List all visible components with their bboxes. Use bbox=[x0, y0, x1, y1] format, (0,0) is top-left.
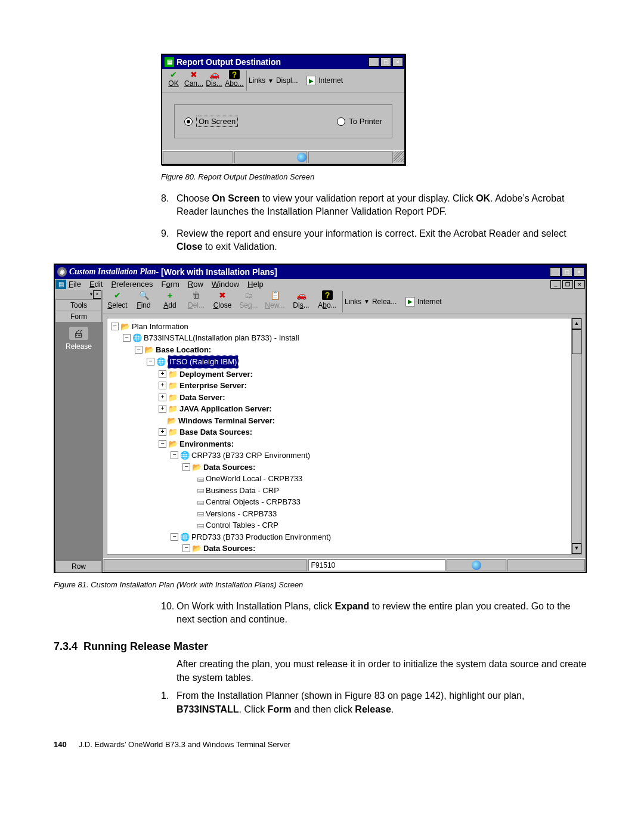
installation-plan-window: ◉ Custom Installation Plan - [Work with … bbox=[54, 264, 587, 573]
menu-form[interactable]: Form bbox=[161, 280, 179, 289]
tree-plan-info[interactable]: Plan Information bbox=[132, 321, 188, 333]
step-1: 1. From the Installation Planner (shown … bbox=[161, 689, 590, 716]
tree-vers[interactable]: Versions - CRPB733 bbox=[206, 508, 277, 520]
maximize-button[interactable]: □ bbox=[380, 57, 391, 67]
globe-icon bbox=[297, 153, 306, 162]
chevron-down-icon[interactable]: ▼ bbox=[268, 78, 274, 84]
add-button[interactable]: Add bbox=[157, 291, 183, 309]
tree-data[interactable]: Data Server: bbox=[179, 392, 225, 404]
mdi-minimize[interactable]: _ bbox=[550, 280, 561, 289]
minimize-button[interactable]: _ bbox=[369, 57, 379, 67]
section-heading: 7.3.4 Running Release Master bbox=[54, 640, 590, 653]
figure-81-caption: Figure 81. Custom Installation Plan (Wor… bbox=[54, 580, 590, 589]
folder-icon bbox=[168, 392, 178, 404]
doc-icon: ▤ bbox=[55, 280, 66, 289]
menu-row[interactable]: Row bbox=[188, 280, 203, 289]
find-button[interactable]: Find bbox=[131, 291, 157, 309]
radio-icon-selected bbox=[184, 117, 193, 126]
globe-icon bbox=[132, 332, 142, 344]
sidebar-tab-form[interactable]: Form bbox=[55, 311, 102, 323]
folder-icon bbox=[168, 426, 178, 438]
new-button: New... bbox=[262, 291, 288, 309]
tree-itso[interactable]: ITSO (Raleigh IBM) bbox=[168, 355, 239, 368]
mdi-close[interactable]: × bbox=[574, 280, 585, 289]
close-button[interactable]: × bbox=[574, 267, 584, 277]
scrollbar[interactable]: ▲ ▼ bbox=[571, 318, 581, 554]
menu-bar: ▤ File Edit Preferences Form Row Window … bbox=[55, 279, 586, 290]
scroll-thumb[interactable] bbox=[572, 329, 581, 354]
tree-ctrl[interactable]: Control Tables - CRP bbox=[206, 519, 278, 531]
toolbar: OK Can... Dis... Abo... Links ▼ bbox=[162, 69, 404, 92]
select-button[interactable]: Select bbox=[104, 291, 131, 309]
sidebar-tab-tools[interactable]: Tools bbox=[55, 299, 102, 311]
close-button-tb[interactable]: Close bbox=[209, 291, 236, 309]
tree-view[interactable]: −Plan Information −B733INSTALL(Installat… bbox=[107, 318, 582, 555]
tree-base-loc[interactable]: Base Location: bbox=[156, 344, 211, 356]
tree-owl[interactable]: OneWorld Local - CRPB733 bbox=[206, 473, 302, 485]
magnifier-icon bbox=[131, 291, 157, 302]
menu-window[interactable]: Window bbox=[212, 280, 239, 289]
mdi-restore[interactable]: ❐ bbox=[562, 280, 573, 289]
tree-dep[interactable]: Deployment Server: bbox=[179, 368, 253, 380]
about-button[interactable]: Abo... bbox=[314, 291, 340, 309]
internet-link[interactable]: Internet bbox=[318, 76, 343, 85]
minimize-button[interactable]: _ bbox=[550, 267, 561, 277]
folder-icon bbox=[167, 415, 177, 427]
maximize-button[interactable]: □ bbox=[562, 267, 572, 277]
radio-toprinter-label: To Printer bbox=[349, 117, 382, 126]
cancel-button[interactable]: Can... bbox=[184, 70, 204, 88]
scroll-down[interactable]: ▼ bbox=[572, 543, 581, 554]
displ-link[interactable]: Displ... bbox=[276, 76, 298, 85]
globe-icon bbox=[472, 561, 481, 570]
menu-file[interactable]: File bbox=[69, 280, 81, 289]
figure-80-caption: Figure 80. Report Output Destination Scr… bbox=[161, 172, 405, 181]
resize-grip[interactable] bbox=[394, 151, 404, 162]
tree-bdata[interactable]: Business Data - CRP bbox=[206, 485, 279, 497]
check-icon bbox=[104, 291, 131, 302]
dis-button[interactable]: Dis... bbox=[288, 291, 314, 309]
folder-icon bbox=[168, 380, 178, 392]
sidebar-tab-row[interactable]: Row bbox=[55, 561, 102, 572]
car-icon bbox=[204, 70, 224, 80]
tree-cobj[interactable]: Central Objects - CRPB733 bbox=[206, 496, 301, 508]
tree-b733[interactable]: B733INSTALL(Installation plan B733) - In… bbox=[144, 332, 299, 344]
relea-link[interactable]: Relea... bbox=[372, 298, 397, 306]
release-icon[interactable]: 🖨 bbox=[69, 327, 88, 340]
ok-button[interactable]: OK bbox=[163, 70, 184, 88]
folder-icon bbox=[168, 438, 178, 450]
radio-onscreen[interactable]: On Screen bbox=[184, 116, 238, 127]
drive-icon bbox=[197, 473, 204, 484]
check-icon bbox=[163, 70, 184, 80]
scroll-up[interactable]: ▲ bbox=[572, 318, 581, 329]
separator bbox=[342, 291, 343, 312]
radio-onscreen-label: On Screen bbox=[196, 116, 238, 127]
tree-java[interactable]: JAVA Application Server: bbox=[179, 403, 272, 415]
drive-icon bbox=[197, 508, 204, 519]
trash-icon bbox=[183, 291, 209, 302]
tree-ds2[interactable]: Data Sources: bbox=[203, 543, 255, 555]
close-button[interactable]: × bbox=[392, 57, 403, 67]
report-output-window: ▤ Report Output Destination _ □ × OK Can… bbox=[161, 54, 405, 165]
title-bar-81: ◉ Custom Installation Plan - [Work with … bbox=[55, 265, 586, 279]
tree-prd[interactable]: PRD733 (B733 Production Environment) bbox=[191, 531, 331, 543]
tree-ds[interactable]: Data Sources: bbox=[203, 462, 255, 473]
menu-edit[interactable]: Edit bbox=[89, 280, 103, 289]
tree-crp[interactable]: CRP733 (B733 CRP Environment) bbox=[191, 450, 310, 462]
menu-help[interactable]: Help bbox=[247, 280, 264, 289]
sidebar-close[interactable]: × bbox=[93, 290, 101, 299]
about-button[interactable]: Abo... bbox=[224, 70, 244, 88]
folder-icon bbox=[168, 403, 178, 415]
internet-link[interactable]: Internet bbox=[417, 298, 442, 306]
chevron-down-icon[interactable]: ▾ bbox=[90, 292, 92, 297]
tree-ent[interactable]: Enterprise Server: bbox=[179, 380, 247, 392]
tree-env[interactable]: Environments: bbox=[179, 438, 234, 450]
chevron-down-icon[interactable]: ▼ bbox=[364, 298, 370, 305]
menu-preferences[interactable]: Preferences bbox=[111, 280, 153, 289]
radio-toprinter[interactable]: To Printer bbox=[337, 116, 382, 127]
dis-button[interactable]: Dis... bbox=[204, 70, 224, 88]
help-icon bbox=[224, 70, 244, 80]
internet-icon: ▶ bbox=[306, 76, 316, 85]
folder-icon bbox=[192, 543, 202, 555]
tree-bds[interactable]: Base Data Sources: bbox=[179, 426, 252, 438]
tree-wts[interactable]: Windows Terminal Server: bbox=[178, 415, 275, 427]
